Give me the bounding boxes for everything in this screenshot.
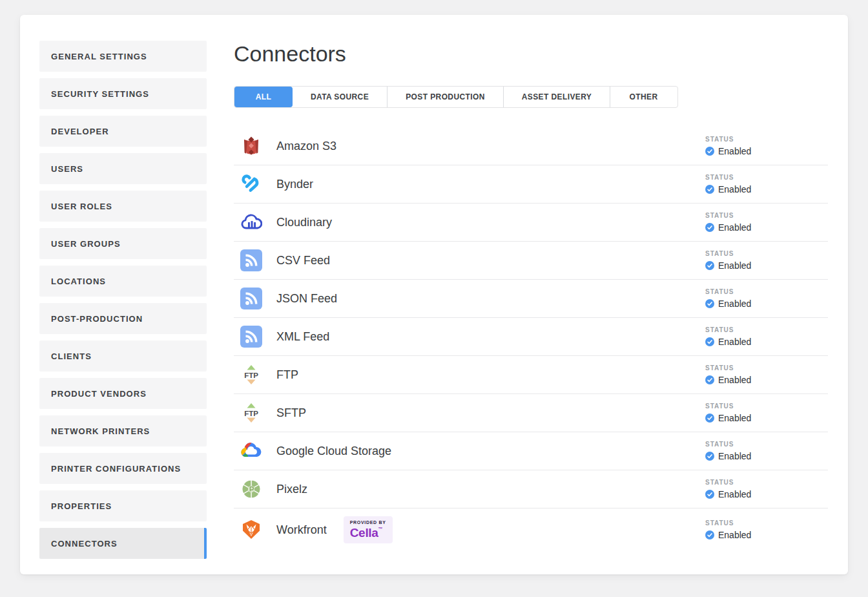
connector-row-cloudinary[interactable]: Cloudinary STATUS Enabled <box>234 204 828 242</box>
status-text: Enabled <box>718 413 751 423</box>
status-value: Enabled <box>705 530 751 540</box>
svg-text:FTP: FTP <box>244 410 258 417</box>
enabled-check-icon <box>705 299 714 308</box>
tab-data-source[interactable]: DATA SOURCE <box>293 87 387 107</box>
amazon-s3-icon <box>240 135 262 157</box>
sidebar-item-label: CLIENTS <box>51 351 92 361</box>
tab-label: POST PRODUCTION <box>406 92 485 101</box>
status-block: STATUS Enabled <box>705 441 751 461</box>
connector-row-xml-feed[interactable]: XML Feed STATUS Enabled <box>234 318 828 356</box>
enabled-check-icon <box>705 375 714 384</box>
pixelz-icon <box>240 478 262 500</box>
connector-name: CSV Feed <box>276 254 330 267</box>
connector-row-google-cloud-storage[interactable]: Google Cloud Storage STATUS Enabled <box>234 432 828 470</box>
status-text: Enabled <box>718 489 751 499</box>
sidebar-item-clients[interactable]: CLIENTS <box>39 340 207 372</box>
status-block: STATUS Enabled <box>705 364 751 385</box>
status-block: STATUS Enabled <box>705 174 751 194</box>
connector-row-pixelz[interactable]: Pixelz STATUS Enabled <box>234 470 828 508</box>
connector-row-amazon-s3[interactable]: Amazon S3 STATUS Enabled <box>234 127 828 165</box>
status-value: Enabled <box>705 451 751 461</box>
sidebar-item-users[interactable]: USERS <box>39 153 207 184</box>
connector-name: Cloudinary <box>276 216 332 229</box>
status-label: STATUS <box>705 326 751 333</box>
page-title: Connectors <box>234 39 828 68</box>
status-text: Enabled <box>718 375 751 385</box>
sidebar-item-product-vendors[interactable]: PRODUCT VENDORS <box>39 378 207 409</box>
enabled-check-icon <box>705 337 714 346</box>
status-text: Enabled <box>718 222 751 233</box>
sidebar-item-label: GENERAL SETTINGS <box>51 52 147 61</box>
sidebar-item-label: LOCATIONS <box>51 277 106 286</box>
category-tabs: ALL DATA SOURCE POST PRODUCTION ASSET DE… <box>234 86 678 108</box>
status-text: Enabled <box>718 451 751 461</box>
sidebar-item-label: SECURITY SETTINGS <box>51 89 149 99</box>
enabled-check-icon <box>705 414 714 423</box>
status-text: Enabled <box>718 146 751 156</box>
status-text: Enabled <box>718 184 751 194</box>
google-cloud-icon <box>240 440 262 462</box>
status-block: STATUS Enabled <box>705 326 751 347</box>
status-block: STATUS Enabled <box>705 288 751 309</box>
sidebar-item-developer[interactable]: DEVELOPER <box>39 116 207 147</box>
provided-by-badge: PROVIDED BY Cella™ <box>344 516 393 543</box>
status-block: STATUS Enabled <box>705 212 751 233</box>
connector-row-ftp[interactable]: FTP FTP STATUS Enabled <box>234 356 828 394</box>
enabled-check-icon <box>705 223 714 232</box>
connector-name: Bynder <box>276 178 313 191</box>
connector-row-sftp[interactable]: FTP SFTP STATUS Enabled <box>234 394 828 432</box>
status-value: Enabled <box>705 298 751 309</box>
sidebar-item-label: PRINTER CONFIGURATIONS <box>51 464 181 474</box>
sidebar-item-label: USERS <box>51 164 83 174</box>
status-block: STATUS Enabled <box>705 250 751 271</box>
workfront-icon <box>240 519 262 541</box>
connector-row-bynder[interactable]: Bynder STATUS Enabled <box>234 165 828 204</box>
sidebar-item-printer-configurations[interactable]: PRINTER CONFIGURATIONS <box>39 453 207 484</box>
sidebar-item-connectors[interactable]: CONNECTORS <box>39 528 207 559</box>
status-value: Enabled <box>705 184 751 194</box>
bynder-icon <box>240 173 262 195</box>
connectors-panel: Connectors ALL DATA SOURCE POST PRODUCTI… <box>234 15 828 551</box>
status-value: Enabled <box>705 337 751 347</box>
sidebar-item-security-settings[interactable]: SECURITY SETTINGS <box>39 78 207 109</box>
status-value: Enabled <box>705 489 751 499</box>
status-value: Enabled <box>705 146 751 156</box>
tab-other[interactable]: OTHER <box>610 87 677 107</box>
sidebar-item-properties[interactable]: PROPERTIES <box>39 490 207 521</box>
sidebar-item-label: POST-PRODUCTION <box>51 314 143 324</box>
status-label: STATUS <box>705 479 751 486</box>
connector-name: Amazon S3 <box>276 140 336 153</box>
settings-card: GENERAL SETTINGS SECURITY SETTINGS DEVEL… <box>20 15 848 574</box>
sidebar-item-label: USER GROUPS <box>51 239 121 249</box>
connector-name: Workfront <box>276 523 327 537</box>
status-label: STATUS <box>705 441 751 448</box>
enabled-check-icon <box>705 530 714 539</box>
tab-post-production[interactable]: POST PRODUCTION <box>387 87 503 107</box>
sidebar-item-locations[interactable]: LOCATIONS <box>39 266 207 297</box>
connector-list: Amazon S3 STATUS Enabled Bynder STATUS <box>234 127 828 551</box>
connector-row-workfront[interactable]: Workfront PROVIDED BY Cella™ STATUS Enab… <box>234 508 828 551</box>
connector-name: Google Cloud Storage <box>276 445 391 458</box>
status-text: Enabled <box>718 530 751 540</box>
sidebar-item-network-printers[interactable]: NETWORK PRINTERS <box>39 415 207 446</box>
sidebar-item-label: NETWORK PRINTERS <box>51 426 150 436</box>
tab-label: OTHER <box>630 92 658 101</box>
status-text: Enabled <box>718 337 751 347</box>
connector-name: JSON Feed <box>276 292 337 306</box>
tab-label: ALL <box>256 92 272 101</box>
sidebar-item-user-groups[interactable]: USER GROUPS <box>39 228 207 259</box>
sidebar-item-general-settings[interactable]: GENERAL SETTINGS <box>39 41 207 72</box>
sidebar-item-user-roles[interactable]: USER ROLES <box>39 191 207 222</box>
connector-row-json-feed[interactable]: JSON Feed STATUS Enabled <box>234 280 828 318</box>
tab-all[interactable]: ALL <box>234 87 293 107</box>
provided-by-label: PROVIDED BY <box>350 520 386 525</box>
connector-name: SFTP <box>276 406 306 420</box>
ftp-icon: FTP <box>240 402 262 424</box>
sidebar-item-post-production[interactable]: POST-PRODUCTION <box>39 303 207 334</box>
tab-asset-delivery[interactable]: ASSET DELIVERY <box>503 87 610 107</box>
status-block: STATUS Enabled <box>705 519 751 540</box>
status-label: STATUS <box>705 136 751 143</box>
connector-row-csv-feed[interactable]: CSV Feed STATUS Enabled <box>234 242 828 280</box>
trademark-mark: ™ <box>378 527 383 531</box>
connector-name: Pixelz <box>276 483 307 496</box>
